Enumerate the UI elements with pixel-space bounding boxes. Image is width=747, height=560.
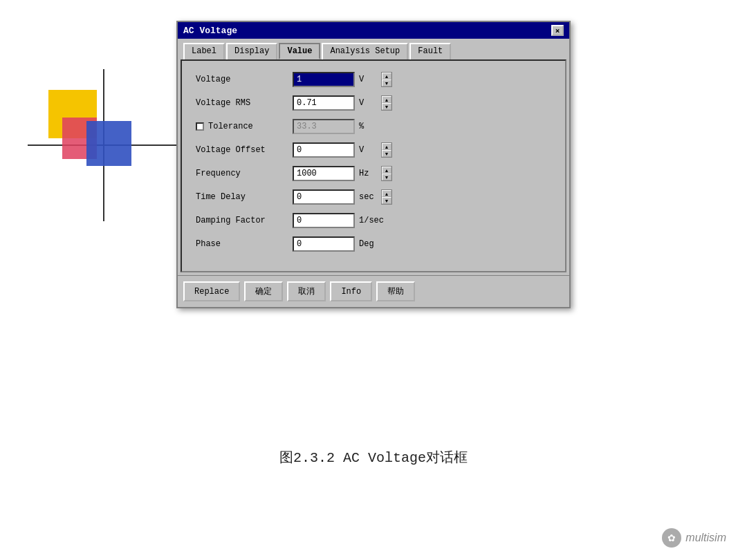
time-delay-spinner-down[interactable]: ▼ xyxy=(382,197,391,204)
tolerance-input xyxy=(293,119,355,134)
time-delay-unit-box: sec ▲ ▼ xyxy=(359,189,392,205)
phase-row: Phase Deg xyxy=(196,236,551,252)
tab-display[interactable]: Display xyxy=(226,43,277,59)
page-container: AC Voltage × Label Display Value Analysi… xyxy=(0,0,747,560)
phase-input[interactable] xyxy=(293,236,355,252)
dialog-footer: Replace 确定 取消 Info 帮助 xyxy=(178,275,569,307)
ok-button[interactable]: 确定 xyxy=(244,281,283,301)
dialog-titlebar: AC Voltage × xyxy=(178,22,569,39)
tab-fault[interactable]: Fault xyxy=(409,43,451,59)
damping-factor-row: Damping Factor 1/sec xyxy=(196,213,551,228)
voltage-rms-input[interactable] xyxy=(293,95,355,111)
voltage-rms-label: Voltage RMS xyxy=(196,98,293,108)
tolerance-unit: % xyxy=(359,122,380,131)
cancel-button[interactable]: 取消 xyxy=(287,281,326,301)
ac-voltage-dialog: AC Voltage × Label Display Value Analysi… xyxy=(176,21,571,308)
voltage-offset-spinner[interactable]: ▲ ▼ xyxy=(381,142,392,158)
frequency-input[interactable] xyxy=(293,166,355,181)
tab-label[interactable]: Label xyxy=(183,43,225,59)
voltage-rms-spinner[interactable]: ▲ ▼ xyxy=(381,95,392,111)
voltage-label: Voltage xyxy=(196,75,293,84)
help-button[interactable]: 帮助 xyxy=(376,281,415,301)
frequency-unit: Hz xyxy=(359,169,380,178)
voltage-spinner[interactable]: ▲ ▼ xyxy=(381,72,392,87)
tolerance-checkbox-area: Tolerance xyxy=(196,122,293,131)
voltage-rms-unit: V xyxy=(359,98,380,108)
voltage-row: Voltage V ▲ ▼ xyxy=(196,72,551,87)
frequency-unit-box: Hz ▲ ▼ xyxy=(359,166,392,181)
time-delay-spinner-up[interactable]: ▲ xyxy=(382,190,391,197)
decorative-logo xyxy=(42,83,166,207)
voltage-offset-unit: V xyxy=(359,145,380,155)
watermark-text: multisim xyxy=(685,532,726,544)
frequency-spinner-up[interactable]: ▲ xyxy=(382,167,391,174)
frequency-spinner[interactable]: ▲ ▼ xyxy=(381,166,392,181)
watermark: ✿ multisim xyxy=(662,528,726,548)
voltage-unit: V xyxy=(359,75,380,84)
voltage-offset-spinner-down[interactable]: ▼ xyxy=(382,150,391,157)
damping-factor-unit-box: 1/sec xyxy=(359,216,385,225)
voltage-rms-row: Voltage RMS V ▲ ▼ xyxy=(196,95,551,111)
tab-analysis-setup[interactable]: Analysis Setup xyxy=(322,43,408,59)
time-delay-row: Time Delay sec ▲ ▼ xyxy=(196,189,551,205)
logo-blue-square xyxy=(86,121,131,166)
caption: 图2.3.2 AC Voltage对话框 xyxy=(279,448,468,467)
tolerance-row: Tolerance % xyxy=(196,119,551,134)
tolerance-label: Tolerance xyxy=(208,122,253,131)
damping-factor-unit: 1/sec xyxy=(359,216,384,225)
time-delay-spinner[interactable]: ▲ ▼ xyxy=(381,189,392,205)
tolerance-checkbox[interactable] xyxy=(196,122,204,131)
phase-unit-box: Deg xyxy=(359,239,381,249)
tab-value[interactable]: Value xyxy=(279,43,320,59)
watermark-icon: ✿ xyxy=(662,528,681,548)
frequency-label: Frequency xyxy=(196,169,293,178)
voltage-rms-unit-box: V ▲ ▼ xyxy=(359,95,392,111)
frequency-row: Frequency Hz ▲ ▼ xyxy=(196,166,551,181)
tolerance-unit-box: % xyxy=(359,122,381,131)
voltage-rms-spinner-up[interactable]: ▲ xyxy=(382,96,391,103)
voltage-spinner-down[interactable]: ▼ xyxy=(382,80,391,86)
voltage-rms-spinner-down[interactable]: ▼ xyxy=(382,103,391,110)
time-delay-unit: sec xyxy=(359,192,380,202)
time-delay-input[interactable] xyxy=(293,189,355,205)
voltage-input[interactable] xyxy=(293,72,355,87)
voltage-unit-box: V ▲ ▼ xyxy=(359,72,392,87)
damping-factor-input[interactable] xyxy=(293,213,355,228)
dialog-title: AC Voltage xyxy=(183,26,237,36)
voltage-offset-input[interactable] xyxy=(293,142,355,158)
dialog-content: Voltage V ▲ ▼ Voltage RMS V ▲ xyxy=(181,59,566,272)
voltage-offset-label: Voltage Offset xyxy=(196,145,293,155)
tabs-bar: Label Display Value Analysis Setup Fault xyxy=(178,39,569,59)
close-button[interactable]: × xyxy=(551,25,564,36)
time-delay-label: Time Delay xyxy=(196,192,293,202)
phase-label: Phase xyxy=(196,239,293,249)
voltage-offset-spinner-up[interactable]: ▲ xyxy=(382,143,391,150)
voltage-offset-row: Voltage Offset V ▲ ▼ xyxy=(196,142,551,158)
replace-button[interactable]: Replace xyxy=(183,281,240,301)
voltage-offset-unit-box: V ▲ ▼ xyxy=(359,142,392,158)
info-button[interactable]: Info xyxy=(330,281,372,301)
caption-text: 图2.3.2 AC Voltage对话框 xyxy=(279,450,468,466)
phase-unit: Deg xyxy=(359,239,380,249)
damping-factor-label: Damping Factor xyxy=(196,216,293,225)
voltage-spinner-up[interactable]: ▲ xyxy=(382,73,391,80)
frequency-spinner-down[interactable]: ▼ xyxy=(382,174,391,180)
